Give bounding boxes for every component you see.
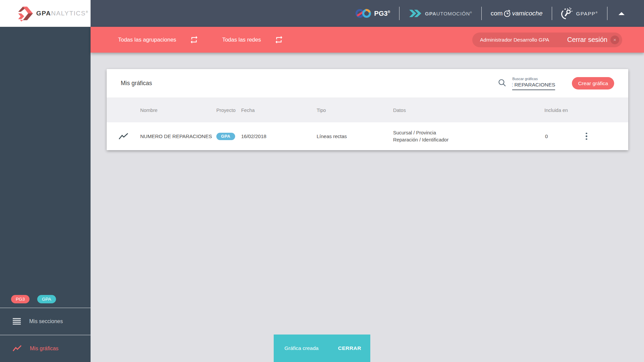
search-group: Buscar gráficas DE REPARACIONES [498,77,555,90]
search-icon[interactable] [498,78,506,87]
pg3-infinity-icon [355,7,371,19]
col-fecha: Fecha [241,108,317,113]
sidebar-item-label: Mis secciones [29,318,63,324]
networks-selector[interactable]: Todas las redes [222,37,261,43]
filterbar: Todas las agrupaciones Todas las redes C… [91,27,644,53]
main-area: Todas las agrupaciones Todas las redes C… [91,27,644,362]
logo-wordmark: GPANALYTICS® [36,10,89,17]
gpa-analytics-logo: GPANALYTICS® [0,0,91,27]
topbar: GPANALYTICS® PG3® GPAUTOMOCIÓN® [0,0,644,27]
collapse-header-icon[interactable] [619,12,625,15]
user-field[interactable] [480,37,552,43]
divider [607,7,607,20]
cell-tipo: Líneas rectas [317,133,393,139]
logout-button[interactable]: Cerrar sesión × [567,36,619,44]
col-nombre: Nombre [140,108,216,113]
repeat-groupings-icon[interactable] [190,35,199,44]
sidebar-badges: PG3 GPA [0,295,91,308]
app-root: GPANALYTICS® PG3® GPAUTOMOCIÓN® [0,0,644,362]
clock-icon [503,9,512,18]
toast: Gráfica creada CERRAR [274,335,370,362]
sidebar-item-label: Mis gráficas [30,346,58,352]
divider [552,7,552,20]
sidebar-spacer [0,27,91,295]
comprovamicoche-label: com vamicoche [491,9,543,18]
badge-gpa[interactable]: GPA [37,295,56,303]
col-tipo: Tipo [317,108,393,113]
brand-gpapp[interactable]: GPAPP® [561,7,598,19]
gpapp-wrench-icon [561,7,573,19]
gpa-analytics-emblem-icon [16,5,33,22]
sidebar-item-mis-graficas[interactable]: Mis gráficas [0,335,91,362]
divider [399,7,399,20]
col-datos: Datos [393,108,544,113]
toast-message: Gráfica creada [284,345,319,351]
project-badge: GPA [216,133,235,140]
card-header: Mis gráficas Buscar gráficas DE REPARACI… [107,69,628,98]
repeat-networks-icon[interactable] [274,35,283,44]
chart-line-icon [119,133,128,140]
brand-gpautomocion[interactable]: GPAUTOMOCIÓN® [409,8,472,18]
body: PG3 GPA Mis secciones Mis gráficas [0,27,644,362]
toast-close-button[interactable]: CERRAR [338,345,361,351]
content: Mis gráficas Buscar gráficas DE REPARACI… [91,53,644,150]
gpautomocion-arrow-icon [409,8,422,18]
search-input[interactable]: DE REPARACIONES [512,82,555,90]
chart-line-icon [13,345,21,352]
col-proyecto: Proyecto [216,108,241,113]
table-header: Nombre Proyecto Fecha Tipo Datos Incluid… [107,98,628,122]
table-row[interactable]: NUMERO DE REPARACIONES GPA 16/02/2018 Lí… [107,122,628,150]
page-title: Mis gráficas [121,80,152,87]
cell-fecha: 16/02/2018 [241,133,317,139]
cell-incluida-en: 0 [544,133,580,139]
more-vert-icon[interactable] [584,131,589,141]
search-field[interactable]: Buscar gráficas DE REPARACIONES [512,77,555,90]
divider [481,7,482,20]
gpapp-label: GPAPP® [576,11,598,16]
topbar-brands: PG3® GPAUTOMOCIÓN® com [91,0,644,27]
user-session-pill: Cerrar sesión × [472,33,622,47]
mis-graficas-card: Mis gráficas Buscar gráficas DE REPARACI… [107,69,628,150]
gpautomocion-label: GPAUTOMOCIÓN® [425,11,472,16]
cell-datos: Sucursal / Provincia Reparación / Identi… [393,129,544,143]
close-icon: × [610,36,619,44]
badge-pg3[interactable]: PG3 [11,295,30,303]
brand-pg3[interactable]: PG3® [355,7,390,19]
sidebar: PG3 GPA Mis secciones Mis gráficas [0,27,91,362]
search-label: Buscar gráficas [512,77,555,81]
sidebar-item-mis-secciones[interactable]: Mis secciones [0,308,91,335]
brand-comprovamicoche[interactable]: com vamicoche [491,9,543,18]
cell-nombre: NUMERO DE REPARACIONES [140,133,216,139]
create-chart-button[interactable]: Crear gráfica [572,77,614,89]
menu-icon [13,318,21,325]
pg3-label: PG3® [374,10,390,17]
col-incluida-en: Incluida en [544,108,580,113]
groupings-selector[interactable]: Todas las agrupaciones [118,37,176,43]
